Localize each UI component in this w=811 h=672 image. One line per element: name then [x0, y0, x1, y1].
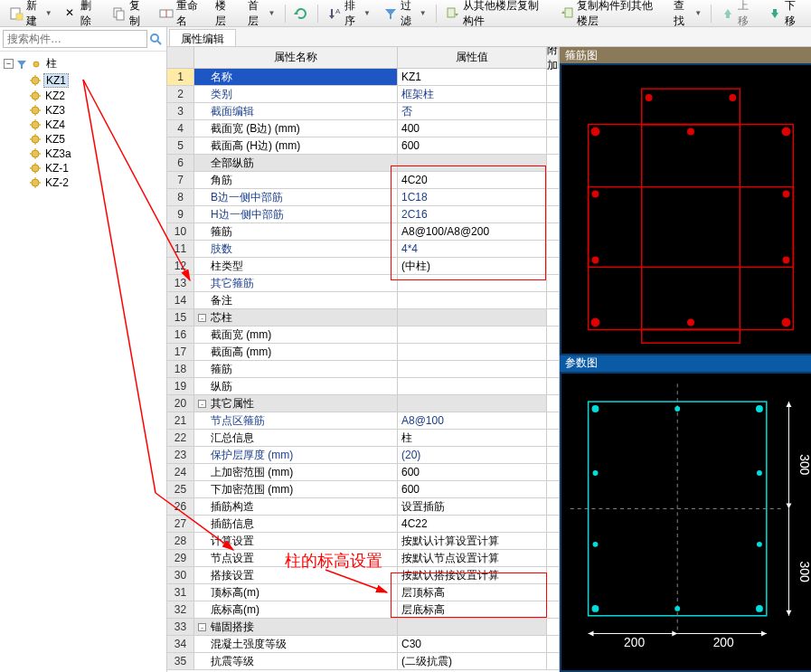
- delete-button[interactable]: ✕ 删除: [60, 0, 105, 31]
- floor-button[interactable]: 楼层: [210, 0, 240, 31]
- prop-row-value[interactable]: 框架柱: [398, 86, 547, 102]
- prop-row-value[interactable]: 4C22: [398, 516, 547, 532]
- prop-row[interactable]: 34混凝土强度等级C30: [167, 636, 559, 653]
- new-button[interactable]: 新建 ▼: [4, 0, 58, 31]
- prop-row[interactable]: 29节点设置按默认节点设置计算: [167, 550, 559, 567]
- filter-button[interactable]: 过滤 ▼: [378, 0, 432, 31]
- prop-row-value[interactable]: 按默认计算设置计算: [398, 533, 547, 549]
- prop-row[interactable]: 28计算设置按默认计算设置计算: [167, 533, 559, 550]
- tab-properties[interactable]: 属性编辑: [169, 29, 236, 46]
- prop-row[interactable]: 9H边一侧中部筋2C16: [167, 206, 559, 223]
- prop-row-value[interactable]: [398, 395, 547, 412]
- prop-row[interactable]: 8B边一侧中部筋1C18: [167, 189, 559, 206]
- prop-row-value[interactable]: 按默认搭接设置计算: [398, 567, 547, 583]
- tree-item[interactable]: KZ-2: [27, 175, 165, 190]
- prop-row[interactable]: 15-芯柱: [167, 309, 559, 327]
- prop-row-value[interactable]: [398, 619, 547, 635]
- prop-row-value[interactable]: [398, 275, 547, 291]
- search-input[interactable]: [3, 30, 147, 48]
- prop-row[interactable]: 27插筋信息4C22: [167, 516, 559, 533]
- first-floor-select[interactable]: 首层 ▼: [242, 0, 281, 31]
- prop-row-value[interactable]: A8@100/A8@200: [398, 223, 547, 240]
- prop-row[interactable]: 16截面宽 (mm): [167, 327, 559, 344]
- prop-row-value[interactable]: [398, 327, 547, 343]
- prop-row-value[interactable]: [398, 309, 547, 326]
- prop-row[interactable]: 19纵筋: [167, 378, 559, 395]
- prop-row-value[interactable]: 1C18: [398, 189, 547, 205]
- move-down-button[interactable]: 下移: [762, 0, 807, 31]
- prop-row-value[interactable]: 4*4: [398, 241, 547, 257]
- prop-row[interactable]: 22汇总信息柱: [167, 430, 559, 447]
- refresh-button[interactable]: [288, 5, 314, 23]
- prop-row-value[interactable]: A8@100: [398, 412, 547, 429]
- prop-row[interactable]: 23保护层厚度 (mm)(20): [167, 447, 559, 464]
- prop-row[interactable]: 35抗震等级(二级抗震): [167, 653, 559, 670]
- prop-row[interactable]: 4截面宽 (B边) (mm)400: [167, 120, 559, 137]
- prop-row-value[interactable]: 柱: [398, 430, 547, 446]
- tree-item[interactable]: KZ1: [27, 72, 165, 89]
- tree-item[interactable]: KZ4: [27, 118, 165, 132]
- prop-row[interactable]: 25下加密范围 (mm)600: [167, 481, 559, 498]
- tree-item[interactable]: KZ5: [27, 132, 165, 147]
- prop-row[interactable]: 3截面编辑否: [167, 103, 559, 120]
- prop-row-value[interactable]: 600: [398, 137, 547, 154]
- prop-row-value[interactable]: (中柱): [398, 258, 547, 274]
- header-extra[interactable]: 附加: [547, 47, 559, 68]
- prop-row[interactable]: 26插筋构造设置插筋: [167, 498, 559, 516]
- prop-row-value[interactable]: [398, 292, 547, 308]
- prop-row-value[interactable]: 400: [398, 120, 547, 137]
- prop-row[interactable]: 7角筋4C20: [167, 172, 559, 189]
- expand-icon[interactable]: -: [198, 314, 206, 322]
- prop-row[interactable]: 5截面高 (H边) (mm)600: [167, 137, 559, 155]
- prop-row[interactable]: 20-其它属性: [167, 395, 559, 412]
- header-value[interactable]: 属性值: [398, 47, 547, 68]
- tree-item[interactable]: KZ-1: [27, 161, 165, 175]
- copy-button[interactable]: 复制: [107, 0, 152, 31]
- search-button[interactable]: 查找 ▼: [668, 0, 707, 31]
- header-name[interactable]: 属性名称: [194, 47, 398, 68]
- prop-row[interactable]: 2类别框架柱: [167, 86, 559, 103]
- prop-row[interactable]: 12柱类型(中柱): [167, 258, 559, 275]
- tree-item[interactable]: KZ3: [27, 103, 165, 118]
- expand-icon[interactable]: -: [198, 623, 206, 631]
- prop-row[interactable]: 1名称KZ1: [167, 69, 559, 86]
- prop-row-value[interactable]: C30: [398, 636, 547, 652]
- prop-row-value[interactable]: [398, 155, 547, 171]
- prop-row[interactable]: 14备注: [167, 292, 559, 309]
- copy-to-button[interactable]: 复制构件到其他楼层: [554, 0, 666, 31]
- prop-row-value[interactable]: KZ1: [398, 69, 547, 85]
- stirrup-diagram[interactable]: [560, 63, 811, 355]
- prop-row[interactable]: 18箍筋: [167, 361, 559, 378]
- prop-row[interactable]: 31顶标高(m)层顶标高: [167, 584, 559, 601]
- prop-row-value[interactable]: 4C20: [398, 172, 547, 188]
- prop-row-value[interactable]: [398, 344, 547, 360]
- prop-row-value[interactable]: [398, 378, 547, 394]
- prop-row[interactable]: 17截面高 (mm): [167, 344, 559, 361]
- prop-row[interactable]: 13其它箍筋: [167, 275, 559, 292]
- param-diagram[interactable]: 200 200 300 300: [560, 372, 811, 672]
- prop-row-value[interactable]: [398, 361, 547, 377]
- rename-button[interactable]: 重命名: [154, 0, 209, 31]
- prop-row-value[interactable]: 600: [398, 481, 547, 497]
- prop-row-value[interactable]: 设置插筋: [398, 498, 547, 515]
- prop-row[interactable]: 21节点区箍筋A8@100: [167, 412, 559, 430]
- prop-row[interactable]: 30搭接设置按默认搭接设置计算: [167, 567, 559, 584]
- collapse-icon[interactable]: −: [4, 59, 14, 69]
- move-up-button[interactable]: 上移: [715, 0, 760, 31]
- prop-row-value[interactable]: 层顶标高: [398, 584, 547, 601]
- prop-row-value[interactable]: 2C16: [398, 206, 547, 222]
- copy-from-button[interactable]: 从其他楼层复制构件: [440, 0, 552, 31]
- prop-row[interactable]: 32底标高(m)层底标高: [167, 601, 559, 619]
- prop-row[interactable]: 11肢数4*4: [167, 241, 559, 258]
- prop-row-value[interactable]: 层底标高: [398, 601, 547, 618]
- prop-row-value[interactable]: (二级抗震): [398, 653, 547, 669]
- prop-row[interactable]: 10箍筋A8@100/A8@200: [167, 223, 559, 241]
- prop-row-value[interactable]: 否: [398, 103, 547, 119]
- prop-row[interactable]: 6全部纵筋: [167, 155, 559, 172]
- prop-row-value[interactable]: (20): [398, 447, 547, 463]
- tree-item[interactable]: KZ2: [27, 89, 165, 103]
- prop-row-value[interactable]: 600: [398, 464, 547, 480]
- tree-root[interactable]: − 柱: [2, 55, 165, 72]
- search-icon-button[interactable]: [147, 30, 164, 48]
- tree-item[interactable]: KZ3a: [27, 147, 165, 161]
